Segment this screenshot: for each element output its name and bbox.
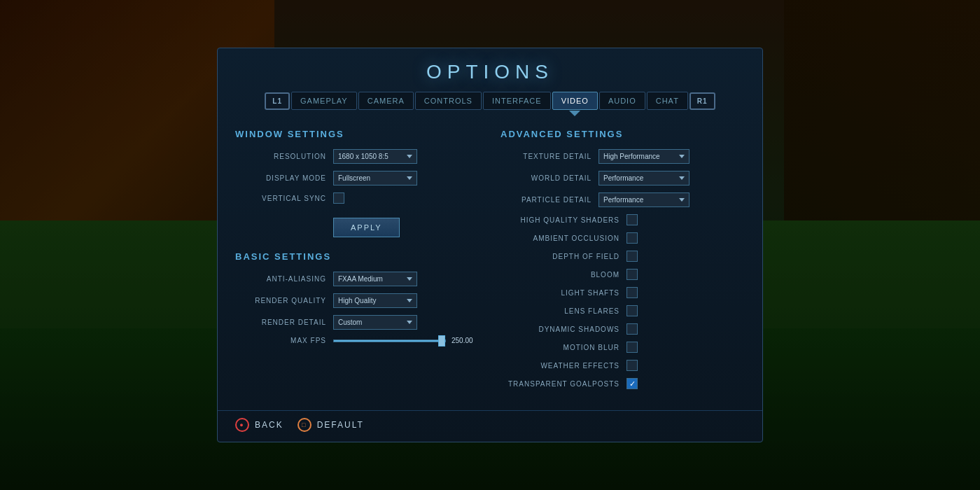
adv-checkbox-9[interactable] (626, 378, 638, 389)
adv-checkbox-control-1 (626, 232, 745, 244)
max-fps-row: MAX FPS 250.00 (235, 337, 479, 344)
adv-checkbox-7[interactable] (626, 342, 638, 353)
adv-checkbox-row-2: DEPTH OF FIELD (500, 251, 745, 262)
adv-checkbox-control-7 (626, 342, 745, 353)
tab-chat[interactable]: CHAT (647, 92, 688, 110)
anti-aliasing-dropdown[interactable]: FXAA Medium (333, 272, 417, 286)
render-quality-dropdown[interactable]: High Quality (333, 293, 417, 308)
tab-interface[interactable]: INTERFACE (483, 92, 551, 110)
adv-checkbox-control-4 (626, 287, 745, 298)
adv-checkbox-row-0: HIGH QUALITY SHADERS (500, 214, 745, 225)
adv-checkbox-row-1: AMBIENT OCCLUSION (500, 232, 745, 244)
basic-settings-title: BASIC SETTINGS (235, 251, 479, 262)
adv-checkbox-label-6: DYNAMIC SHADOWS (500, 326, 620, 333)
texture-detail-label: TEXTURE DETAIL (500, 153, 592, 160)
vsync-checkbox[interactable] (333, 192, 344, 204)
adv-checkbox-label-1: AMBIENT OCCLUSION (500, 234, 620, 242)
tab-controls[interactable]: CONTROLS (415, 92, 482, 110)
anti-aliasing-value: FXAA Medium (338, 275, 383, 283)
advanced-checkboxes: HIGH QUALITY SHADERS AMBIENT OCCLUSION D… (500, 214, 745, 389)
options-dialog: OPTIONS L1 GAMEPLAY CAMERA CONTROLS INTE… (217, 48, 763, 442)
display-mode-value: Fullscreen (338, 174, 370, 182)
display-mode-label: DISPLAY MODE (235, 174, 326, 182)
render-quality-value: High Quality (338, 297, 376, 304)
vsync-label: VERTICAL SYNC (235, 195, 326, 202)
particle-detail-control: Performance (598, 192, 745, 207)
adv-checkbox-control-0 (626, 214, 745, 225)
adv-checkbox-3[interactable] (626, 269, 638, 280)
default-button[interactable]: □ DEFAULT (298, 418, 364, 432)
adv-checkbox-label-4: LIGHT SHAFTS (500, 289, 620, 297)
world-detail-dropdown[interactable]: Performance (598, 171, 690, 186)
anti-aliasing-control: FXAA Medium (333, 272, 479, 286)
adv-checkbox-control-9 (626, 378, 745, 389)
anti-aliasing-arrow (407, 277, 412, 281)
tab-l1[interactable]: L1 (265, 92, 290, 110)
particle-detail-dropdown[interactable]: Performance (598, 192, 690, 207)
resolution-dropdown-arrow (407, 155, 412, 158)
right-panel: ADVANCED SETTINGS TEXTURE DETAIL High Pe… (500, 129, 745, 396)
render-quality-arrow (407, 299, 412, 302)
render-detail-value: Custom (338, 318, 362, 326)
world-detail-row: WORLD DETAIL Performance (500, 171, 745, 186)
vsync-control (333, 192, 479, 204)
adv-checkbox-5[interactable] (626, 305, 638, 316)
particle-detail-value: Performance (603, 196, 643, 204)
render-detail-control: Custom (333, 315, 479, 330)
world-detail-control: Performance (598, 171, 745, 186)
adv-checkbox-label-0: HIGH QUALITY SHADERS (500, 216, 620, 224)
back-label: BACK (255, 420, 284, 430)
tab-video[interactable]: VIDEO (552, 92, 598, 110)
adv-checkbox-row-3: BLOOM (500, 269, 745, 280)
back-icon: ● (235, 418, 249, 432)
advanced-settings-title: ADVANCED SETTINGS (500, 129, 745, 139)
dialog-title: OPTIONS (218, 48, 762, 92)
world-detail-label: WORLD DETAIL (500, 174, 592, 182)
render-detail-label: RENDER DETAIL (235, 318, 326, 326)
adv-checkbox-control-5 (626, 305, 745, 316)
adv-checkbox-control-2 (626, 251, 745, 262)
world-detail-arrow (679, 176, 685, 180)
tab-audio[interactable]: AUDIO (599, 92, 645, 110)
render-detail-dropdown[interactable]: Custom (333, 315, 417, 330)
resolution-value: 1680 x 1050 8:5 (338, 153, 388, 160)
apply-button[interactable]: APPLY (333, 218, 400, 237)
adv-checkbox-label-5: LENS FLARES (500, 307, 620, 315)
max-fps-value: 250.00 (451, 337, 479, 344)
adv-checkbox-6[interactable] (626, 323, 638, 335)
adv-checkbox-2[interactable] (626, 251, 638, 262)
default-label: DEFAULT (317, 420, 364, 430)
world-detail-value: Performance (603, 174, 643, 182)
vsync-row: VERTICAL SYNC (235, 192, 479, 204)
window-settings-title: WINDOW SETTINGS (235, 129, 479, 139)
render-detail-arrow (407, 321, 412, 324)
resolution-dropdown[interactable]: 1680 x 1050 8:5 (333, 149, 417, 164)
render-quality-control: High Quality (333, 293, 479, 308)
anti-aliasing-row: ANTI-ALIASING FXAA Medium (235, 272, 479, 286)
max-fps-slider-container: 250.00 (333, 337, 479, 344)
resolution-label: RESOLUTION (235, 153, 326, 160)
adv-checkbox-1[interactable] (626, 232, 638, 244)
adv-checkbox-row-8: WEATHER EFFECTS (500, 360, 745, 371)
adv-checkbox-label-9: TRANSPARENT GOALPOSTS (500, 380, 620, 388)
adv-checkbox-8[interactable] (626, 360, 638, 371)
resolution-control: 1680 x 1050 8:5 (333, 149, 479, 164)
adv-checkbox-row-6: DYNAMIC SHADOWS (500, 323, 745, 335)
tabs-row: L1 GAMEPLAY CAMERA CONTROLS INTERFACE VI… (218, 92, 762, 118)
adv-checkbox-control-6 (626, 323, 745, 335)
display-mode-dropdown[interactable]: Fullscreen (333, 171, 417, 186)
adv-checkbox-row-7: MOTION BLUR (500, 342, 745, 353)
render-quality-label: RENDER QUALITY (235, 297, 326, 304)
adv-checkbox-4[interactable] (626, 287, 638, 298)
adv-checkbox-label-2: DEPTH OF FIELD (500, 253, 620, 260)
adv-checkbox-label-3: BLOOM (500, 271, 620, 279)
tab-gameplay[interactable]: GAMEPLAY (291, 92, 357, 110)
tab-camera[interactable]: CAMERA (358, 92, 414, 110)
back-button[interactable]: ● BACK (235, 418, 284, 432)
max-fps-control: 250.00 (333, 337, 479, 344)
adv-checkbox-0[interactable] (626, 214, 638, 225)
texture-detail-dropdown[interactable]: High Performance (598, 149, 690, 164)
tab-r1[interactable]: R1 (690, 92, 715, 110)
resolution-row: RESOLUTION 1680 x 1050 8:5 (235, 149, 479, 164)
max-fps-slider[interactable] (333, 340, 446, 342)
